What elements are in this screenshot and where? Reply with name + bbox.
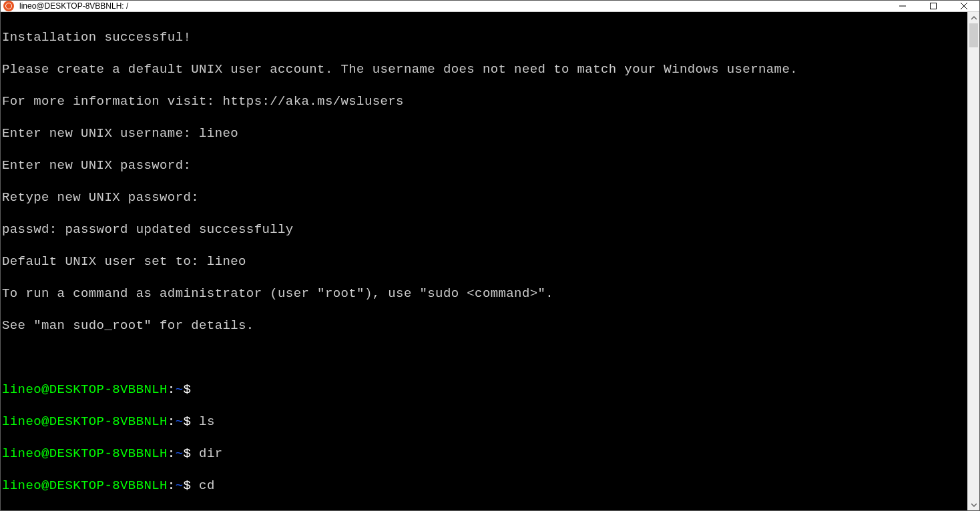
ubuntu-icon bbox=[3, 1, 14, 11]
prompt-sep: : bbox=[168, 478, 176, 493]
prompt-sep: : bbox=[168, 446, 176, 461]
prompt-line: lineo@DESKTOP-8VBBNLH:~$ ls bbox=[2, 414, 966, 430]
terminal[interactable]: Installation successful! Please create a… bbox=[1, 12, 967, 510]
output-line: See "man sudo_root" for details. bbox=[2, 318, 966, 334]
output-line: Retype new UNIX password: bbox=[2, 189, 966, 205]
command-text: dir bbox=[199, 446, 222, 461]
output-line: passwd: password updated successfully bbox=[2, 221, 966, 237]
output-line: To run a command as administrator (user … bbox=[2, 286, 966, 302]
client-area: Installation successful! Please create a… bbox=[1, 12, 979, 510]
window-frame: lineo@DESKTOP-8VBBNLH: / Installation su… bbox=[0, 0, 980, 511]
prompt-cwd: ~ bbox=[176, 478, 184, 493]
titlebar[interactable]: lineo@DESKTOP-8VBBNLH: / bbox=[1, 1, 979, 12]
output-line: Installation successful! bbox=[2, 29, 966, 45]
svg-rect-1 bbox=[931, 3, 937, 9]
command-text: ls bbox=[199, 414, 215, 429]
vertical-scrollbar[interactable] bbox=[967, 12, 979, 510]
scroll-up-button[interactable] bbox=[968, 12, 979, 23]
minimize-button[interactable] bbox=[887, 1, 918, 11]
prompt-user: lineo@DESKTOP-8VBBNLH bbox=[2, 382, 168, 397]
window-title: lineo@DESKTOP-8VBBNLH: / bbox=[19, 1, 128, 11]
prompt-line: lineo@DESKTOP-8VBBNLH:~$ bbox=[2, 382, 966, 398]
output-line: For more information visit: https://aka.… bbox=[2, 93, 966, 109]
prompt-sep: : bbox=[168, 382, 176, 397]
scrollbar-thumb[interactable] bbox=[969, 23, 978, 47]
output-line: Enter new UNIX username: lineo bbox=[2, 125, 966, 141]
prompt-line: lineo@DESKTOP-8VBBNLH:~$ cd / bbox=[2, 510, 966, 510]
blank-line bbox=[2, 350, 966, 366]
prompt-sep: : bbox=[168, 414, 176, 429]
prompt-cwd: ~ bbox=[176, 414, 184, 429]
prompt-dollar: $ bbox=[183, 414, 191, 429]
minimize-icon bbox=[899, 3, 906, 9]
maximize-icon bbox=[930, 3, 937, 9]
prompt-line: lineo@DESKTOP-8VBBNLH:~$ cd bbox=[2, 478, 966, 494]
chevron-up-icon bbox=[971, 15, 977, 21]
prompt-cwd: ~ bbox=[176, 446, 184, 461]
prompt-dollar: $ bbox=[183, 478, 191, 493]
output-line: Default UNIX user set to: lineo bbox=[2, 253, 966, 270]
prompt-user: lineo@DESKTOP-8VBBNLH bbox=[2, 478, 168, 493]
command-text: cd bbox=[199, 478, 215, 493]
close-icon bbox=[961, 3, 967, 9]
prompt-user: lineo@DESKTOP-8VBBNLH bbox=[2, 414, 168, 429]
scroll-down-button[interactable] bbox=[968, 499, 979, 510]
window-controls bbox=[887, 1, 979, 11]
prompt-cwd: ~ bbox=[176, 382, 184, 397]
output-line: Please create a default UNIX user accoun… bbox=[2, 61, 966, 77]
prompt-user: lineo@DESKTOP-8VBBNLH bbox=[2, 446, 168, 461]
maximize-button[interactable] bbox=[918, 1, 949, 11]
close-button[interactable] bbox=[949, 1, 979, 11]
prompt-dollar: $ bbox=[183, 446, 191, 461]
output-line: Enter new UNIX password: bbox=[2, 157, 966, 173]
chevron-down-icon bbox=[971, 502, 977, 508]
prompt-dollar: $ bbox=[183, 382, 191, 397]
prompt-line: lineo@DESKTOP-8VBBNLH:~$ dir bbox=[2, 446, 966, 462]
